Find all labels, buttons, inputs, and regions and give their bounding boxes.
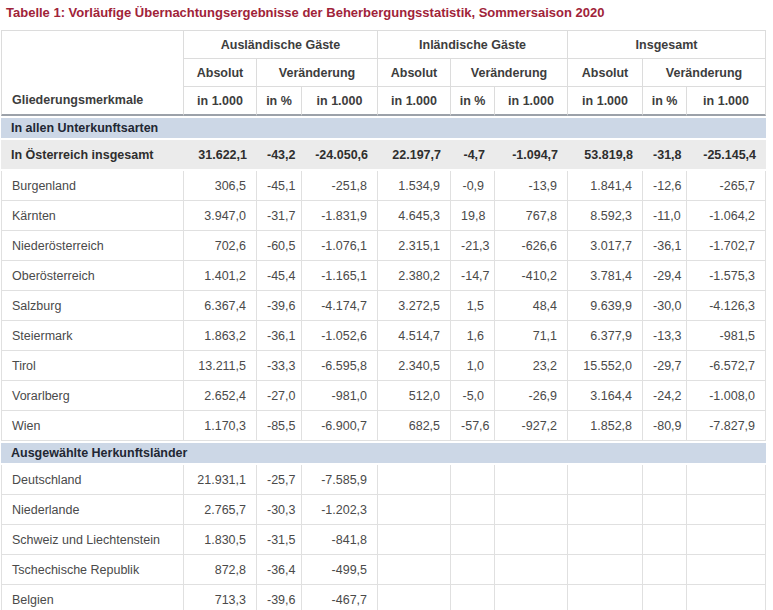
- subheader-absolut: Absolut: [184, 59, 257, 87]
- cell-value: -80,9: [643, 411, 687, 441]
- unit-header-in-percent: in %: [643, 87, 687, 116]
- cell-value: -626,6: [495, 231, 568, 261]
- section-label: In allen Unterkunftsarten: [1, 116, 766, 140]
- cell-value: 512,0: [378, 381, 451, 411]
- total-row: In Österreich insgesamt31.622,1-43,2-24.…: [1, 140, 766, 171]
- cell-value: 1.170,3: [184, 411, 257, 441]
- cell-value: 4.645,3: [378, 201, 451, 231]
- cell-value: -1.831,9: [302, 201, 378, 231]
- cell-value: 1.830,5: [184, 525, 257, 555]
- cell-value: -5,0: [451, 381, 495, 411]
- cell-value: [687, 555, 766, 585]
- cell-value: -4.174,7: [302, 291, 378, 321]
- cell-value: 1.863,2: [184, 321, 257, 351]
- row-label: Tschechische Republik: [1, 555, 184, 585]
- cell-value: 6.367,4: [184, 291, 257, 321]
- unit-header-in-1000: in 1.000: [687, 87, 766, 116]
- cell-value: -1.064,2: [687, 201, 766, 231]
- cell-value: 1,0: [451, 351, 495, 381]
- cell-value: -36,1: [257, 321, 302, 351]
- cell-value: [643, 525, 687, 555]
- cell-value: 2.315,1: [378, 231, 451, 261]
- cell-value: 713,3: [184, 585, 257, 610]
- table-row: Tschechische Republik872,8-36,4-499,5: [1, 555, 766, 585]
- cell-value: [495, 465, 568, 495]
- header-group-row: Gliederungsmerkmale Ausländische Gäste I…: [1, 30, 766, 59]
- cell-value: [643, 495, 687, 525]
- cell-value: [687, 525, 766, 555]
- cell-value: -1.165,1: [302, 261, 378, 291]
- table-row: Vorarlberg2.652,4-27,0-981,0512,0-5,0-26…: [1, 381, 766, 411]
- row-label: Kärnten: [1, 201, 184, 231]
- cell-value: 23,2: [495, 351, 568, 381]
- cell-value: 19,8: [451, 201, 495, 231]
- cell-value: -39,6: [257, 585, 302, 610]
- cell-value: -0,9: [451, 171, 495, 201]
- statistics-table: Gliederungsmerkmale Ausländische Gäste I…: [1, 30, 766, 610]
- section-label: Ausgewählte Herkunftsländer: [1, 441, 766, 465]
- unit-header-in-1000: in 1.000: [568, 87, 643, 116]
- group-header-insgesamt: Insgesamt: [568, 30, 766, 59]
- cell-value: 3.947,0: [184, 201, 257, 231]
- cell-value: 702,6: [184, 231, 257, 261]
- row-label: Deutschland: [1, 465, 184, 495]
- cell-value: -13,9: [495, 171, 568, 201]
- cell-value: [378, 555, 451, 585]
- cell-value: 48,4: [495, 291, 568, 321]
- cell-value: [451, 465, 495, 495]
- cell-value: [495, 495, 568, 525]
- row-label: Niederösterreich: [1, 231, 184, 261]
- cell-value: 1.534,9: [378, 171, 451, 201]
- table-row: Niederlande2.765,7-30,3-1.202,3: [1, 495, 766, 525]
- cell-value: 13.211,5: [184, 351, 257, 381]
- cell-value: -31,5: [257, 525, 302, 555]
- row-label: Wien: [1, 411, 184, 441]
- unit-header-in-percent: in %: [257, 87, 302, 116]
- subheader-veraenderung: Veränderung: [451, 59, 568, 87]
- subheader-absolut: Absolut: [378, 59, 451, 87]
- cell-value: [378, 465, 451, 495]
- cell-value: 21.931,1: [184, 465, 257, 495]
- cell-value: -25.145,4: [687, 140, 766, 171]
- table-row: Steiermark1.863,2-36,1-1.052,64.514,71,6…: [1, 321, 766, 351]
- cell-value: 767,8: [495, 201, 568, 231]
- unit-header-in-percent: in %: [451, 87, 495, 116]
- cell-value: -6.595,8: [302, 351, 378, 381]
- cell-value: -14,7: [451, 261, 495, 291]
- cell-value: -85,5: [257, 411, 302, 441]
- cell-value: -4,7: [451, 140, 495, 171]
- cell-value: -1.202,3: [302, 495, 378, 525]
- cell-value: -25,7: [257, 465, 302, 495]
- cell-value: -6.900,7: [302, 411, 378, 441]
- cell-value: -841,8: [302, 525, 378, 555]
- cell-value: 306,5: [184, 171, 257, 201]
- cell-value: -981,5: [687, 321, 766, 351]
- cell-value: [451, 495, 495, 525]
- cell-value: 3.164,4: [568, 381, 643, 411]
- subheader-absolut: Absolut: [568, 59, 643, 87]
- cell-value: 1.841,4: [568, 171, 643, 201]
- cell-value: -7.585,9: [302, 465, 378, 495]
- cell-value: 6.377,9: [568, 321, 643, 351]
- row-label: Schweiz und Liechtenstein: [1, 525, 184, 555]
- cell-value: [568, 495, 643, 525]
- cell-value: 4.514,7: [378, 321, 451, 351]
- table-row: Salzburg6.367,4-39,6-4.174,73.272,51,548…: [1, 291, 766, 321]
- cell-value: 31.622,1: [184, 140, 257, 171]
- cell-value: [378, 495, 451, 525]
- table-row: Kärnten3.947,0-31,7-1.831,94.645,319,876…: [1, 201, 766, 231]
- cell-value: 682,5: [378, 411, 451, 441]
- cell-value: -1.702,7: [687, 231, 766, 261]
- cell-value: -1.052,6: [302, 321, 378, 351]
- row-label: Tirol: [1, 351, 184, 381]
- cell-value: [495, 585, 568, 610]
- cell-value: [568, 585, 643, 610]
- cell-value: [568, 555, 643, 585]
- cell-value: -24,2: [643, 381, 687, 411]
- table-header: Gliederungsmerkmale Ausländische Gäste I…: [1, 30, 766, 116]
- cell-value: -410,2: [495, 261, 568, 291]
- cell-value: -7.827,9: [687, 411, 766, 441]
- cell-value: 3.272,5: [378, 291, 451, 321]
- row-label: In Österreich insgesamt: [1, 140, 184, 171]
- cell-value: 1,6: [451, 321, 495, 351]
